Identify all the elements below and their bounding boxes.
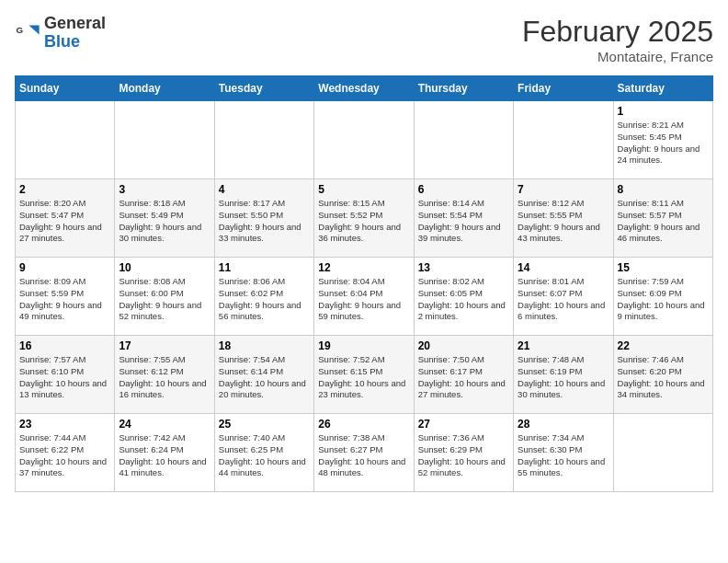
- day-cell-1-5: 7Sunrise: 8:12 AM Sunset: 5:55 PM Daylig…: [514, 179, 613, 258]
- col-sunday: Sunday: [16, 76, 115, 101]
- col-saturday: Saturday: [613, 76, 712, 101]
- day-number: 2: [19, 183, 110, 196]
- day-number: 24: [119, 418, 210, 431]
- day-cell-2-5: 14Sunrise: 8:01 AM Sunset: 6:07 PM Dayli…: [514, 258, 613, 336]
- day-number: 16: [19, 339, 110, 352]
- day-number: 22: [618, 339, 709, 352]
- day-info: Sunrise: 7:36 AM Sunset: 6:29 PM Dayligh…: [418, 432, 509, 479]
- day-info: Sunrise: 8:14 AM Sunset: 5:54 PM Dayligh…: [418, 198, 509, 245]
- day-cell-3-2: 18Sunrise: 7:54 AM Sunset: 6:14 PM Dayli…: [214, 336, 313, 414]
- page-header: G GeneralBlue February 2025 Montataire, …: [15, 15, 713, 64]
- day-cell-4-3: 26Sunrise: 7:38 AM Sunset: 6:27 PM Dayli…: [314, 414, 414, 492]
- day-number: 26: [318, 418, 409, 431]
- day-info: Sunrise: 8:06 AM Sunset: 6:02 PM Dayligh…: [219, 276, 310, 323]
- day-cell-0-2: [214, 101, 313, 179]
- day-number: 4: [219, 183, 310, 196]
- day-cell-2-4: 13Sunrise: 8:02 AM Sunset: 6:05 PM Dayli…: [414, 258, 513, 336]
- day-number: 21: [518, 339, 609, 352]
- day-number: 12: [318, 261, 409, 274]
- day-cell-4-2: 25Sunrise: 7:40 AM Sunset: 6:25 PM Dayli…: [214, 414, 313, 492]
- day-cell-3-0: 16Sunrise: 7:57 AM Sunset: 6:10 PM Dayli…: [16, 336, 115, 414]
- day-number: 20: [418, 339, 509, 352]
- location: Montataire, France: [522, 49, 713, 64]
- day-number: 27: [418, 418, 509, 431]
- day-info: Sunrise: 8:02 AM Sunset: 6:05 PM Dayligh…: [418, 276, 509, 323]
- day-cell-2-1: 10Sunrise: 8:08 AM Sunset: 6:00 PM Dayli…: [115, 258, 214, 336]
- day-number: 23: [19, 418, 110, 431]
- svg-marker-1: [28, 25, 39, 34]
- day-cell-0-3: [314, 101, 414, 179]
- logo-icon: G: [15, 20, 40, 46]
- day-cell-1-0: 2Sunrise: 8:20 AM Sunset: 5:47 PM Daylig…: [16, 179, 115, 258]
- day-number: 10: [119, 261, 210, 274]
- day-number: 13: [418, 261, 509, 274]
- day-cell-4-4: 27Sunrise: 7:36 AM Sunset: 6:29 PM Dayli…: [414, 414, 513, 492]
- day-number: 6: [418, 183, 509, 196]
- day-info: Sunrise: 7:52 AM Sunset: 6:15 PM Dayligh…: [318, 354, 409, 401]
- day-info: Sunrise: 8:18 AM Sunset: 5:49 PM Dayligh…: [119, 198, 210, 245]
- day-info: Sunrise: 8:12 AM Sunset: 5:55 PM Dayligh…: [518, 198, 609, 245]
- day-number: 8: [618, 183, 709, 196]
- day-cell-3-5: 21Sunrise: 7:48 AM Sunset: 6:19 PM Dayli…: [514, 336, 613, 414]
- day-info: Sunrise: 8:11 AM Sunset: 5:57 PM Dayligh…: [618, 198, 709, 245]
- day-info: Sunrise: 7:46 AM Sunset: 6:20 PM Dayligh…: [618, 354, 709, 401]
- day-info: Sunrise: 7:34 AM Sunset: 6:30 PM Dayligh…: [518, 432, 609, 479]
- day-number: 15: [618, 261, 709, 274]
- day-info: Sunrise: 8:15 AM Sunset: 5:52 PM Dayligh…: [318, 198, 409, 245]
- col-thursday: Thursday: [414, 76, 513, 101]
- day-cell-4-6: [613, 414, 712, 492]
- day-cell-0-1: [115, 101, 214, 179]
- title-section: February 2025 Montataire, France: [522, 15, 713, 64]
- day-number: 9: [19, 261, 110, 274]
- day-number: 18: [219, 339, 310, 352]
- calendar-header-row: Sunday Monday Tuesday Wednesday Thursday…: [16, 76, 713, 101]
- day-info: Sunrise: 8:20 AM Sunset: 5:47 PM Dayligh…: [19, 198, 110, 245]
- day-cell-0-5: [514, 101, 613, 179]
- day-info: Sunrise: 8:04 AM Sunset: 6:04 PM Dayligh…: [318, 276, 409, 323]
- day-cell-1-2: 4Sunrise: 8:17 AM Sunset: 5:50 PM Daylig…: [214, 179, 313, 258]
- day-info: Sunrise: 7:54 AM Sunset: 6:14 PM Dayligh…: [219, 354, 310, 401]
- day-cell-1-3: 5Sunrise: 8:15 AM Sunset: 5:52 PM Daylig…: [314, 179, 414, 258]
- day-info: Sunrise: 8:21 AM Sunset: 5:45 PM Dayligh…: [618, 120, 709, 167]
- week-row-5: 23Sunrise: 7:44 AM Sunset: 6:22 PM Dayli…: [16, 414, 713, 492]
- day-info: Sunrise: 7:48 AM Sunset: 6:19 PM Dayligh…: [518, 354, 609, 401]
- day-info: Sunrise: 7:50 AM Sunset: 6:17 PM Dayligh…: [418, 354, 509, 401]
- day-number: 5: [318, 183, 409, 196]
- day-info: Sunrise: 7:44 AM Sunset: 6:22 PM Dayligh…: [19, 432, 110, 479]
- day-info: Sunrise: 8:09 AM Sunset: 5:59 PM Dayligh…: [19, 276, 110, 323]
- day-number: 11: [219, 261, 310, 274]
- col-monday: Monday: [115, 76, 214, 101]
- day-cell-3-6: 22Sunrise: 7:46 AM Sunset: 6:20 PM Dayli…: [613, 336, 712, 414]
- day-info: Sunrise: 8:08 AM Sunset: 6:00 PM Dayligh…: [119, 276, 210, 323]
- day-cell-0-6: 1Sunrise: 8:21 AM Sunset: 5:45 PM Daylig…: [613, 101, 712, 179]
- day-cell-0-4: [414, 101, 513, 179]
- day-info: Sunrise: 7:38 AM Sunset: 6:27 PM Dayligh…: [318, 432, 409, 479]
- day-number: 1: [618, 105, 709, 118]
- day-number: 25: [219, 418, 310, 431]
- day-cell-2-3: 12Sunrise: 8:04 AM Sunset: 6:04 PM Dayli…: [314, 258, 414, 336]
- day-info: Sunrise: 7:40 AM Sunset: 6:25 PM Dayligh…: [219, 432, 310, 479]
- day-cell-0-0: [16, 101, 115, 179]
- col-tuesday: Tuesday: [214, 76, 313, 101]
- day-cell-4-0: 23Sunrise: 7:44 AM Sunset: 6:22 PM Dayli…: [16, 414, 115, 492]
- day-cell-3-4: 20Sunrise: 7:50 AM Sunset: 6:17 PM Dayli…: [414, 336, 513, 414]
- day-cell-2-0: 9Sunrise: 8:09 AM Sunset: 5:59 PM Daylig…: [16, 258, 115, 336]
- day-number: 3: [119, 183, 210, 196]
- day-info: Sunrise: 8:17 AM Sunset: 5:50 PM Dayligh…: [219, 198, 310, 245]
- week-row-2: 2Sunrise: 8:20 AM Sunset: 5:47 PM Daylig…: [16, 179, 713, 258]
- day-info: Sunrise: 7:55 AM Sunset: 6:12 PM Dayligh…: [119, 354, 210, 401]
- svg-text:G: G: [16, 25, 23, 35]
- day-number: 17: [119, 339, 210, 352]
- day-cell-3-3: 19Sunrise: 7:52 AM Sunset: 6:15 PM Dayli…: [314, 336, 414, 414]
- day-cell-1-4: 6Sunrise: 8:14 AM Sunset: 5:54 PM Daylig…: [414, 179, 513, 258]
- day-cell-2-2: 11Sunrise: 8:06 AM Sunset: 6:02 PM Dayli…: [214, 258, 313, 336]
- day-cell-4-1: 24Sunrise: 7:42 AM Sunset: 6:24 PM Dayli…: [115, 414, 214, 492]
- day-cell-3-1: 17Sunrise: 7:55 AM Sunset: 6:12 PM Dayli…: [115, 336, 214, 414]
- day-number: 14: [518, 261, 609, 274]
- calendar-table: Sunday Monday Tuesday Wednesday Thursday…: [15, 75, 713, 492]
- month-title: February 2025: [522, 15, 713, 49]
- day-info: Sunrise: 8:01 AM Sunset: 6:07 PM Dayligh…: [518, 276, 609, 323]
- day-number: 28: [518, 418, 609, 431]
- week-row-4: 16Sunrise: 7:57 AM Sunset: 6:10 PM Dayli…: [16, 336, 713, 414]
- day-info: Sunrise: 7:59 AM Sunset: 6:09 PM Dayligh…: [618, 276, 709, 323]
